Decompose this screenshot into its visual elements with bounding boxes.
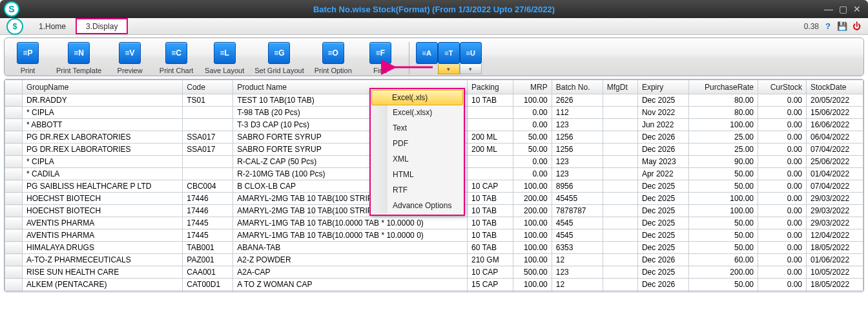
find-icon: ≡F — [369, 42, 391, 64]
version-label: 0.38 — [804, 22, 819, 31]
table-row[interactable]: ALKEM LABORATORIES LTD.SAT006A TO Z ORS … — [5, 291, 863, 293]
print-chart-icon: ≡C — [165, 42, 187, 64]
set-grid-layout-icon: ≡G — [268, 42, 290, 64]
preview-label: Preview — [118, 67, 143, 74]
column-header[interactable]: Expiry — [637, 80, 688, 94]
export-menu-item[interactable]: Text — [372, 120, 462, 136]
save-layout-button[interactable]: ≡L Save Layout — [205, 42, 244, 74]
export-menu-item[interactable]: XML — [372, 151, 462, 167]
save-icon[interactable]: 💾 — [837, 21, 847, 32]
column-header[interactable]: Packing — [467, 80, 513, 94]
export-u-dropdown-button[interactable]: ▾ — [460, 64, 482, 74]
print-option-button[interactable]: ≡O Print Option — [315, 42, 352, 74]
minimize-button[interactable]: — — [823, 4, 834, 14]
export-t-icon[interactable]: ≡T — [438, 42, 460, 64]
table-row[interactable]: ALKEM (PENTACARE)CAT00D1A TO Z WOMAN CAP… — [5, 279, 863, 291]
export-menu-item[interactable]: Excel(.xls) — [371, 90, 463, 105]
table-row[interactable]: A-TO-Z PHARMECEUTICALSPAZ001A2-Z POWDER2… — [5, 254, 863, 266]
preview-icon: ≡V — [119, 42, 141, 64]
print-template-label: Print Template — [56, 67, 101, 74]
export-menu-item[interactable]: Advance Options — [372, 198, 462, 213]
toolbar: ≡P Print ≡N Print Template ≡V Preview ≡C… — [4, 37, 864, 76]
column-header[interactable]: PurchaseRate — [688, 80, 758, 94]
export-menu-item[interactable]: HTML — [372, 167, 462, 182]
save-layout-label: Save Layout — [205, 67, 244, 74]
menubar: $ 1.Home 3.Display 0.38 ? 💾 ⏻ — [0, 18, 868, 35]
column-header[interactable]: Batch No. — [552, 80, 603, 94]
set-grid-layout-label: Set Grid Layout — [254, 67, 304, 74]
export-menu-item[interactable]: RTF — [372, 182, 462, 198]
export-menu: Excel(.xls)Excel(.xlsx)TextPDFXMLHTMLRTF… — [369, 88, 465, 216]
table-row[interactable]: AVENTIS PHARMA17445AMARYL-1MG TAB 10 TAB… — [5, 217, 863, 229]
save-layout-icon: ≡L — [214, 42, 236, 64]
help-icon[interactable]: ? — [823, 21, 833, 32]
table-row[interactable]: RISE SUN HEALTH CARECAA001A2A-CAP10 CAP5… — [5, 266, 863, 279]
maximize-button[interactable]: ▢ — [837, 4, 849, 14]
print-icon: ≡P — [17, 42, 39, 64]
print-template-button[interactable]: ≡N Print Template — [56, 42, 101, 74]
print-label: Print — [21, 67, 36, 74]
find-label: Find — [373, 67, 387, 74]
column-header[interactable]: CurStock — [758, 80, 807, 94]
export-menu-item[interactable]: Excel(.xlsx) — [372, 105, 462, 120]
close-button[interactable]: ✕ — [851, 4, 863, 14]
print-chart-label: Print Chart — [160, 67, 194, 74]
column-header[interactable]: MfgDt — [603, 80, 637, 94]
export-a-icon[interactable]: ≡A — [416, 42, 438, 64]
column-header[interactable]: StockDate — [807, 80, 863, 94]
export-dropdown-button[interactable]: ▾ — [438, 64, 460, 74]
titlebar: S Batch No.wise Stock(Format) (From 1/3/… — [0, 0, 868, 18]
tab-home[interactable]: 1.Home — [30, 18, 76, 34]
column-header[interactable]: GroupName — [23, 80, 183, 94]
print-template-icon: ≡N — [68, 42, 90, 64]
export-u-icon[interactable]: ≡U — [460, 42, 482, 64]
column-header[interactable]: MRP — [513, 80, 552, 94]
window-title: Batch No.wise Stock(Format) (From 1/3/20… — [0, 5, 868, 14]
ribbon-logo-icon: $ — [6, 18, 23, 35]
app-logo-icon: S — [4, 1, 19, 17]
print-chart-button[interactable]: ≡C Print Chart — [158, 42, 194, 74]
print-option-label: Print Option — [315, 67, 352, 74]
table-row[interactable]: AVENTIS PHARMA17445AMARYL-1MG TAB 10 TAB… — [5, 229, 863, 242]
find-button[interactable]: ≡F Find — [362, 42, 398, 74]
exit-icon[interactable]: ⏻ — [851, 21, 862, 32]
print-option-icon: ≡O — [322, 42, 344, 64]
export-menu-item[interactable]: PDF — [372, 136, 462, 151]
preview-button[interactable]: ≡V Preview — [112, 42, 148, 74]
table-row[interactable]: HIMALAYA DRUGSTAB001ABANA-TAB60 TAB100.0… — [5, 242, 863, 254]
column-header[interactable]: Code — [183, 80, 233, 94]
tab-display[interactable]: 3.Display — [76, 18, 128, 34]
export-button-group: ≡A ≡T ▾ ≡U ▾ — [409, 42, 482, 74]
set-grid-layout-button[interactable]: ≡G Set Grid Layout — [254, 42, 304, 74]
print-button[interactable]: ≡P Print — [10, 42, 46, 74]
